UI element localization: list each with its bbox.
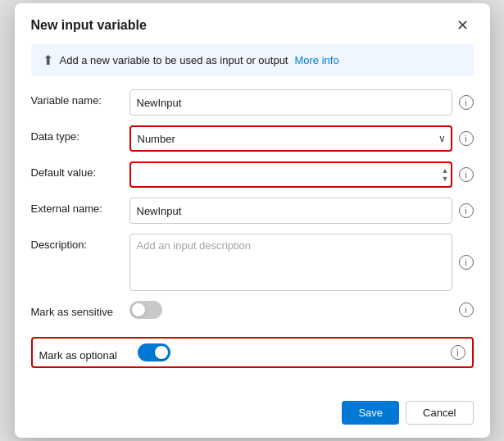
- mark-optional-info-icon[interactable]: i: [451, 345, 465, 360]
- mark-sensitive-control: i: [129, 301, 474, 319]
- default-value-spinbox-wrap: ▲ ▼: [129, 161, 452, 188]
- data-type-info-icon[interactable]: i: [459, 131, 474, 146]
- form-body: Variable name: i Data type: Number Text …: [15, 89, 490, 391]
- external-name-input[interactable]: [129, 198, 452, 224]
- spinbox-arrows: ▲ ▼: [442, 167, 449, 183]
- mark-optional-label: Mark as optional: [39, 344, 138, 361]
- description-info-icon[interactable]: i: [459, 255, 474, 270]
- toggle-slider: [129, 301, 162, 319]
- data-type-label: Data type:: [31, 125, 129, 143]
- variable-name-info-icon[interactable]: i: [459, 95, 474, 110]
- data-type-control: Number Text Boolean Date List ∨ i: [129, 125, 474, 152]
- variable-name-input[interactable]: [129, 89, 452, 116]
- description-row: Description: i: [31, 234, 474, 291]
- more-info-link[interactable]: More info: [294, 54, 338, 66]
- data-type-select-wrap: Number Text Boolean Date List ∨: [129, 125, 452, 152]
- mark-sensitive-toggle-wrap: [129, 301, 162, 319]
- toggle-slider-optional: [138, 343, 170, 361]
- spin-up-icon[interactable]: ▲: [442, 167, 449, 175]
- dialog-title: New input variable: [31, 18, 147, 33]
- mark-optional-row: Mark as optional i: [31, 337, 474, 368]
- banner-text: Add a new variable to be used as input o…: [60, 54, 288, 66]
- external-name-info-icon[interactable]: i: [459, 203, 474, 218]
- save-button[interactable]: Save: [342, 401, 399, 425]
- mark-optional-toggle-wrap: [138, 343, 170, 361]
- description-textarea[interactable]: [129, 234, 452, 291]
- default-value-control: ▲ ▼ i: [129, 161, 474, 188]
- variable-name-label: Variable name:: [31, 89, 129, 107]
- variable-name-row: Variable name: i: [31, 89, 474, 116]
- info-banner: ⬆ Add a new variable to be used as input…: [31, 44, 474, 76]
- data-type-row: Data type: Number Text Boolean Date List…: [31, 125, 474, 152]
- dialog-footer: Save Cancel: [15, 391, 490, 438]
- external-name-row: External name: i: [31, 198, 474, 224]
- default-value-input[interactable]: [129, 161, 452, 188]
- mark-optional-toggle[interactable]: [138, 343, 170, 361]
- dialog-header: New input variable ✕: [15, 3, 490, 44]
- spin-down-icon[interactable]: ▼: [442, 175, 449, 183]
- default-value-label: Default value:: [31, 161, 129, 179]
- upload-icon: ⬆: [43, 52, 53, 68]
- description-control: i: [129, 234, 474, 291]
- cancel-button[interactable]: Cancel: [406, 401, 473, 425]
- variable-name-control: i: [129, 89, 474, 116]
- mark-optional-control: i: [138, 343, 465, 361]
- close-button[interactable]: ✕: [452, 16, 474, 34]
- mark-sensitive-toggle[interactable]: [129, 301, 162, 319]
- mark-sensitive-row: Mark as sensitive i: [31, 301, 474, 327]
- data-type-select[interactable]: Number Text Boolean Date List: [129, 125, 452, 152]
- mark-sensitive-label: Mark as sensitive: [31, 301, 129, 318]
- default-value-info-icon[interactable]: i: [459, 167, 474, 182]
- default-value-row: Default value: ▲ ▼ i: [31, 161, 474, 188]
- description-label: Description:: [31, 234, 129, 251]
- external-name-label: External name:: [31, 198, 129, 215]
- external-name-control: i: [129, 198, 474, 224]
- mark-sensitive-info-icon[interactable]: i: [459, 302, 474, 317]
- new-input-variable-dialog: New input variable ✕ ⬆ Add a new variabl…: [15, 3, 490, 438]
